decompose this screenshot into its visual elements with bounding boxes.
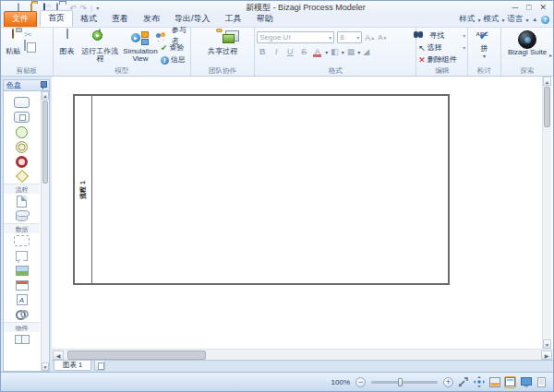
grow-font-button[interactable]: A▲ — [365, 32, 375, 43]
tool-intermediate-event[interactable] — [4, 139, 40, 154]
fill-color-dropdown-icon[interactable]: ▾ — [342, 49, 344, 55]
zoom-slider-thumb[interactable] — [398, 378, 403, 386]
redo-icon[interactable]: ↷ — [80, 4, 88, 13]
simulation-view-button[interactable]: ▶ Simulation View — [121, 29, 159, 66]
diagram-button[interactable]: 图表 — [55, 29, 79, 66]
bizagi-suite-button[interactable]: Bizagi Suite — [503, 29, 551, 66]
zoom-in-button[interactable]: + — [443, 377, 453, 387]
pin-icon[interactable] — [40, 81, 46, 89]
share-process-icon — [214, 30, 231, 46]
tool-pool[interactable] — [4, 332, 40, 347]
mode-menu[interactable]: 模式 — [483, 14, 499, 25]
minimize-button[interactable]: ─ — [512, 3, 518, 13]
cut-icon[interactable]: ✂ — [24, 30, 31, 40]
diagram-tab-1[interactable]: 图表 1 — [54, 361, 91, 371]
info-button[interactable]: i 信息 — [161, 54, 188, 65]
tool-annotation[interactable] — [4, 248, 40, 263]
tool-formatted-text[interactable]: A — [4, 292, 40, 307]
font-name-combo[interactable]: Segoe UI ▾ — [257, 31, 334, 43]
find-dropdown-icon[interactable]: ▾ — [463, 30, 465, 42]
run-workflow-button[interactable]: 运行工作流程 — [79, 29, 120, 66]
shrink-font-button[interactable]: A▼ — [378, 32, 387, 43]
diagram-canvas[interactable]: 流程 1 ▲ ▼ — [52, 77, 553, 349]
style-menu[interactable]: 样式 — [459, 14, 475, 25]
tool-gateway[interactable] — [4, 169, 40, 184]
tab-view[interactable]: 查看 — [104, 12, 136, 27]
ribbon-tab-row: 文件 首页 格式 查看 发布 导出/导入 工具 帮助 样式 ▾ 模式 ▾ 语言 … — [1, 14, 553, 27]
tab-export-import[interactable]: 导出/导入 — [167, 12, 218, 27]
tab-home[interactable]: 首页 — [40, 10, 73, 27]
canvas-scroll-up-icon[interactable]: ▲ — [543, 77, 551, 86]
style-menu-dropdown-icon[interactable]: ▾ — [477, 17, 480, 23]
close-button[interactable]: ✕ — [539, 3, 547, 13]
palette-scroll-up-icon[interactable]: ▲ — [42, 91, 49, 100]
canvas-vertical-scrollbar[interactable]: ▲ ▼ — [542, 77, 551, 349]
underline-button[interactable]: U — [284, 46, 295, 58]
full-screen-view-icon[interactable] — [520, 376, 532, 388]
bold-button[interactable]: B — [257, 46, 268, 58]
validate-button[interactable]: ✔ 查验 — [161, 42, 188, 53]
canvas-vscroll-thumb[interactable] — [544, 87, 550, 127]
language-menu[interactable]: 语言 — [507, 14, 523, 25]
normal-view-icon[interactable] — [504, 376, 516, 388]
select-button[interactable]: ↖ 选择 ▾ — [418, 42, 465, 53]
tab-tools[interactable]: 工具 — [218, 12, 249, 27]
tool-group[interactable] — [4, 233, 40, 248]
font-color-dropdown-icon[interactable]: ▾ — [325, 49, 328, 55]
tab-publish[interactable]: 发布 — [136, 12, 167, 27]
canvas-hscroll-thumb[interactable] — [67, 350, 206, 360]
italic-button[interactable]: I — [271, 46, 282, 58]
copy-icon[interactable] — [24, 41, 31, 50]
tool-image[interactable] — [4, 263, 40, 278]
palette-scrollbar[interactable]: ▲ ▼ — [41, 91, 49, 371]
maximize-button[interactable]: □ — [526, 3, 531, 13]
canvas-scroll-left-icon[interactable]: ◀ — [53, 350, 64, 360]
help-icon[interactable]: ? — [541, 16, 549, 24]
mode-menu-dropdown-icon[interactable]: ▾ — [501, 17, 504, 23]
tool-data-store[interactable] — [4, 208, 40, 223]
process-pool[interactable]: 流程 1 — [73, 94, 450, 285]
explore-flyout-icon[interactable]: ▸ — [549, 52, 552, 58]
pan-mode-icon[interactable] — [473, 376, 485, 388]
collapse-ribbon-icon[interactable]: ▴ — [533, 16, 536, 23]
tab-file[interactable]: 文件 — [4, 11, 37, 27]
canvas-scroll-right-icon[interactable]: ▶ — [541, 350, 552, 360]
spell-check-button[interactable]: ABC ✔ 拼 ▾ — [474, 29, 496, 66]
canvas-scroll-down-icon[interactable]: ▼ — [543, 339, 551, 349]
tab-format[interactable]: 格式 — [73, 12, 104, 27]
share-process-button[interactable]: 共享过程 — [198, 29, 247, 66]
delete-component-button[interactable]: ✕ 删除组件 — [418, 54, 465, 65]
palette-scroll-down-icon[interactable]: ▼ — [42, 362, 49, 371]
border-style-icon[interactable]: ▦ — [347, 46, 355, 58]
zoom-slider[interactable] — [371, 381, 438, 384]
tab-help[interactable]: 帮助 — [249, 12, 281, 27]
format-eraser-icon[interactable]: ◢ — [363, 46, 369, 58]
font-size-combo[interactable]: 8 ▾ — [337, 31, 362, 43]
select-dropdown-icon[interactable]: ▾ — [463, 42, 465, 53]
tool-start-event[interactable] — [4, 125, 40, 139]
participants-button[interactable]: 参与者 — [161, 30, 188, 42]
tool-subprocess[interactable] — [4, 110, 40, 125]
main-area: 色盘 流程 数据 — [1, 77, 553, 372]
zoom-out-button[interactable]: − — [355, 377, 366, 387]
palette-scroll-thumb[interactable] — [42, 101, 48, 184]
font-color-button[interactable]: A — [312, 47, 322, 57]
tool-header[interactable] — [4, 278, 40, 292]
tool-data-object[interactable] — [4, 194, 40, 208]
language-menu-dropdown-icon[interactable]: ▾ — [525, 17, 528, 23]
border-style-dropdown-icon[interactable]: ▾ — [357, 49, 360, 55]
page-view-icon[interactable] — [536, 376, 548, 388]
canvas-horizontal-scrollbar[interactable]: ◀ ▶ — [52, 349, 553, 360]
new-diagram-button[interactable] — [94, 361, 105, 371]
pool-lane-header[interactable]: 流程 1 — [75, 96, 92, 283]
tool-task[interactable] — [4, 95, 40, 110]
paste-button[interactable]: 粘贴 — [3, 29, 23, 66]
fill-color-icon[interactable]: ◧ — [331, 46, 339, 58]
presentation-view-icon[interactable] — [488, 376, 500, 388]
tool-end-event[interactable] — [4, 154, 40, 169]
format-group-label: 格式 — [257, 66, 414, 76]
strikethrough-button[interactable]: S — [298, 46, 309, 58]
find-button[interactable]: 寻找 ▾ — [418, 30, 465, 42]
tool-custom-artifact[interactable] — [4, 307, 40, 322]
zoom-to-fit-icon[interactable] — [457, 376, 469, 388]
